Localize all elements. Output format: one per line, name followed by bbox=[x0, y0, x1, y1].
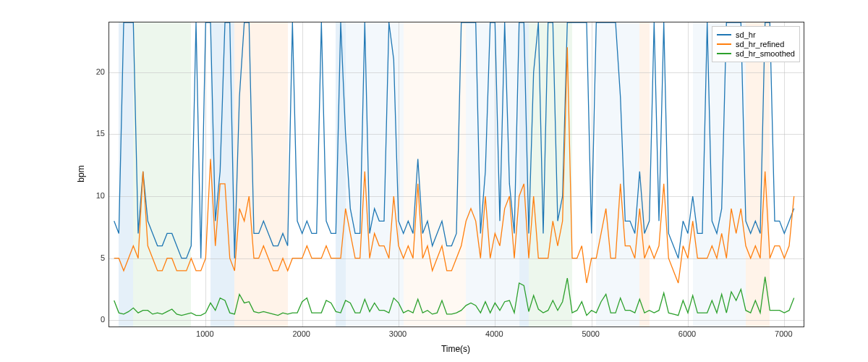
y-tick-label: 0 bbox=[101, 315, 105, 324]
legend-entry: sd_hr bbox=[717, 30, 795, 39]
legend: sd_hr sd_hr_refined sd_hr_smoothed bbox=[712, 26, 800, 62]
legend-label: sd_hr_refined bbox=[736, 40, 784, 49]
y-axis-label: bpm bbox=[76, 165, 86, 182]
series-sd_hr_smoothed bbox=[114, 277, 794, 315]
y-tick-label: 10 bbox=[96, 191, 105, 200]
x-tick-label: 5000 bbox=[582, 329, 599, 338]
x-tick-label: 4000 bbox=[485, 329, 503, 338]
chart-lines bbox=[109, 22, 804, 327]
x-tick-label: 3000 bbox=[389, 329, 407, 338]
series-sd_hr bbox=[114, 22, 794, 258]
y-tick-label: 20 bbox=[96, 67, 105, 76]
y-tick-label: 5 bbox=[101, 253, 105, 262]
legend-label: sd_hr_smoothed bbox=[736, 49, 795, 58]
y-tick-label: 15 bbox=[96, 129, 105, 138]
x-tick-label: 1000 bbox=[196, 329, 213, 338]
legend-swatch bbox=[717, 53, 731, 54]
x-tick-label: 6000 bbox=[678, 329, 696, 338]
legend-entry: sd_hr_refined bbox=[717, 40, 795, 49]
x-tick-label: 2000 bbox=[292, 329, 310, 338]
legend-label: sd_hr bbox=[736, 30, 756, 39]
plot-container: sd_hr sd_hr_refined sd_hr_smoothed 10002… bbox=[109, 22, 803, 326]
legend-entry: sd_hr_smoothed bbox=[717, 49, 795, 58]
plot-area: sd_hr sd_hr_refined sd_hr_smoothed bbox=[109, 22, 804, 327]
series-sd_hr_refined bbox=[114, 47, 794, 283]
x-axis-label: Time(s) bbox=[441, 344, 470, 354]
x-tick-label: 7000 bbox=[775, 329, 792, 338]
legend-swatch bbox=[717, 34, 731, 35]
legend-swatch bbox=[717, 43, 731, 45]
